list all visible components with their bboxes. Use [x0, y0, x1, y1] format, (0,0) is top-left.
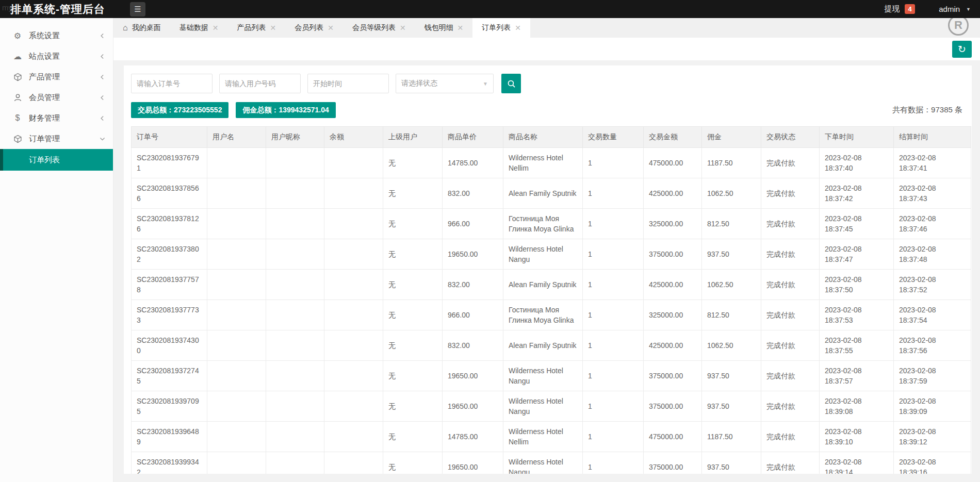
table-row: SC23020819372745无19650.00Wilderness Hote…	[132, 361, 971, 391]
cell-status: 完成付款	[761, 239, 820, 270]
cell-settle-time: 2023-02-08 18:37:48	[894, 239, 971, 270]
cell-unit-price: 19650.00	[443, 239, 503, 270]
cell-unit-price: 966.00	[443, 300, 503, 330]
start-time-input[interactable]	[307, 74, 389, 93]
cell-unit-price: 14785.00	[443, 148, 503, 178]
status-select-value: 请选择状态	[401, 79, 437, 88]
cell-balance	[324, 148, 383, 178]
close-icon[interactable]: ✕	[270, 24, 276, 32]
cell-username	[207, 330, 266, 361]
tab-基础数据[interactable]: 基础数据✕	[170, 18, 228, 38]
withdraw-link[interactable]: 提现	[884, 4, 900, 14]
sidebar-item[interactable]: 订单管理	[0, 128, 113, 149]
tab-会员列表[interactable]: 会员列表✕	[285, 18, 343, 38]
cell-unit-price: 14785.00	[443, 422, 503, 452]
tab-label: 订单列表	[482, 23, 511, 32]
cell-parent-user: 无	[383, 330, 443, 361]
cell-username	[207, 300, 266, 330]
tab-钱包明细[interactable]: 钱包明细✕	[415, 18, 473, 38]
cell-nickname	[266, 270, 324, 300]
orders-table: 订单号用户名用户昵称余额上级用户商品单价商品名称交易数量交易金额佣金交易状态下单…	[131, 126, 971, 474]
cell-nickname	[266, 239, 324, 270]
sidebar-item[interactable]: ☁站点设置	[0, 46, 113, 67]
cell-order-time: 2023-02-08 18:37:45	[820, 209, 894, 239]
hamburger-menu-icon[interactable]: ☰	[130, 2, 145, 16]
sidebar: ⚙系统设置☁站点设置产品管理会员管理$财务管理订单管理 订单列表	[0, 18, 113, 482]
cell-settle-time: 2023-02-08 18:39:12	[894, 422, 971, 452]
tab-label: 基础数据	[179, 23, 208, 32]
cell-nickname	[266, 422, 324, 452]
sidebar-item[interactable]: $财务管理	[0, 108, 113, 128]
cell-amount: 425000.00	[644, 178, 702, 209]
close-icon[interactable]: ✕	[400, 24, 406, 32]
cloud-icon: ☁	[12, 51, 23, 61]
cell-status: 完成付款	[761, 300, 820, 330]
cell-username	[207, 270, 266, 300]
search-button[interactable]	[501, 74, 521, 93]
cell-product-name: Wilderness Hotel Nangu	[503, 361, 583, 391]
table-row: SC23020819399342无19650.00Wilderness Hote…	[132, 452, 971, 474]
cell-nickname	[266, 148, 324, 178]
cell-nickname	[266, 361, 324, 391]
cell-product-name: Alean Family Sputnik	[503, 330, 583, 361]
cell-status: 完成付款	[761, 452, 820, 474]
tab-label: 产品列表	[237, 23, 266, 32]
cell-product-name: Wilderness Hotel Nellim	[503, 422, 583, 452]
chevron-left-icon	[99, 53, 106, 60]
refresh-button[interactable]: ↻	[952, 41, 972, 58]
close-icon[interactable]: ✕	[213, 24, 219, 32]
column-header-amount: 交易金额	[644, 127, 702, 148]
cell-settle-time: 2023-02-08 18:37:41	[894, 148, 971, 178]
tab-订单列表[interactable]: 订单列表✕	[472, 18, 530, 38]
cube-icon	[12, 134, 23, 144]
cell-order-no: SC23020819399342	[132, 452, 207, 474]
sidebar-item[interactable]: ⚙系统设置	[0, 25, 113, 46]
column-header-nickname: 用户昵称	[266, 127, 324, 148]
cell-status: 完成付款	[761, 422, 820, 452]
cell-commission: 1187.50	[702, 422, 761, 452]
sidebar-item[interactable]: 会员管理	[0, 87, 113, 108]
cell-balance	[324, 209, 383, 239]
cell-order-time: 2023-02-08 18:39:10	[820, 422, 894, 452]
sidebar-item-order-list[interactable]: 订单列表	[0, 149, 113, 171]
cell-order-no: SC23020819374300	[132, 330, 207, 361]
cell-product-name: Alean Family Sputnik	[503, 270, 583, 300]
chevron-left-icon	[99, 32, 106, 39]
cell-order-no: SC23020819377578	[132, 270, 207, 300]
column-header-balance: 余额	[324, 127, 383, 148]
topbar: my 排单系统-管理后台 ☰ 提现 4 admin ▼	[0, 0, 980, 18]
cell-quantity: 1	[583, 422, 644, 452]
close-icon[interactable]: ✕	[515, 24, 521, 32]
sidebar-item[interactable]: 产品管理	[0, 67, 113, 87]
column-header-order-time: 下单时间	[820, 127, 894, 148]
tab-会员等级列表[interactable]: 会员等级列表✕	[343, 18, 415, 38]
cell-unit-price: 832.00	[443, 330, 503, 361]
column-header-parent-user: 上级用户	[383, 127, 443, 148]
cell-parent-user: 无	[383, 391, 443, 422]
close-icon[interactable]: ✕	[458, 24, 464, 32]
order-no-input[interactable]	[131, 74, 213, 93]
cell-commission: 1062.50	[702, 178, 761, 209]
cell-settle-time: 2023-02-08 18:37:46	[894, 209, 971, 239]
withdraw-count-badge[interactable]: 4	[905, 4, 915, 14]
column-header-order-no: 订单号	[132, 127, 207, 148]
tab-产品列表[interactable]: 产品列表✕	[227, 18, 285, 38]
admin-user-menu[interactable]: admin	[939, 5, 960, 13]
cell-username	[207, 148, 266, 178]
cell-balance	[324, 178, 383, 209]
column-header-quantity: 交易数量	[583, 127, 644, 148]
table-row: SC23020819377578无832.00Alean Family Sput…	[132, 270, 971, 300]
cell-nickname	[266, 452, 324, 474]
cell-balance	[324, 391, 383, 422]
close-icon[interactable]: ✕	[328, 24, 334, 32]
cell-amount: 425000.00	[644, 270, 702, 300]
tab-我的桌面[interactable]: ⌂我的桌面	[113, 18, 170, 38]
chevron-left-icon	[99, 94, 106, 101]
cell-username	[207, 422, 266, 452]
cell-amount: 375000.00	[644, 239, 702, 270]
chevron-down-icon	[99, 136, 106, 142]
user-number-input[interactable]	[219, 74, 301, 93]
status-select[interactable]: 请选择状态 ▼	[396, 74, 494, 93]
chevron-left-icon	[99, 74, 106, 80]
cell-balance	[324, 300, 383, 330]
